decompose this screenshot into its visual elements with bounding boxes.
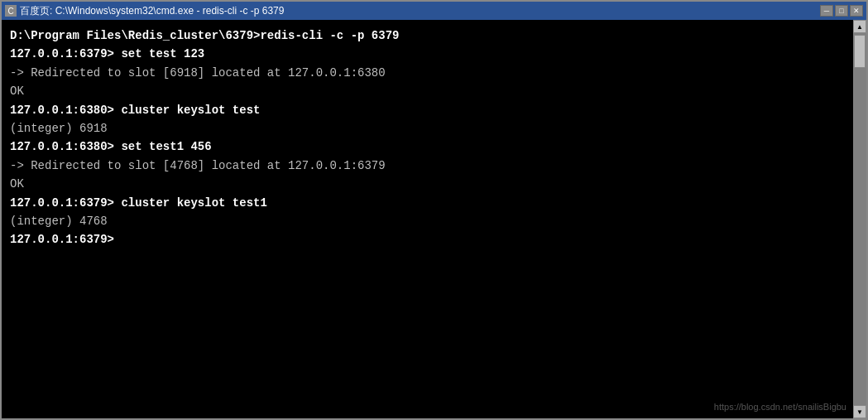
- close-button[interactable]: ✕: [850, 5, 863, 17]
- terminal-line: 127.0.0.1:6380> set test1 456: [10, 140, 212, 153]
- terminal-content[interactable]: D:\Program Files\Redis_cluster\6379>redi…: [2, 20, 866, 418]
- minimize-button[interactable]: ─: [820, 5, 833, 17]
- terminal-line: 127.0.0.1:6379> cluster keyslot test1: [10, 196, 267, 210]
- title-bar-controls: ─ □ ✕: [820, 5, 863, 17]
- terminal-line: (integer) 4768: [10, 215, 108, 228]
- watermark: https://blog.csdn.net/snailisBigbu: [714, 402, 846, 412]
- title-bar: C 百度页: C:\Windows\system32\cmd.exe - red…: [2, 2, 866, 20]
- maximize-button[interactable]: □: [835, 5, 848, 17]
- terminal-line: -> Redirected to slot [6918] located at …: [10, 66, 386, 80]
- window: C 百度页: C:\Windows\system32\cmd.exe - red…: [0, 0, 868, 420]
- title-bar-text: 百度页: C:\Windows\system32\cmd.exe - redis…: [20, 4, 284, 18]
- terminal-line: OK: [10, 177, 24, 191]
- cmd-icon: C: [5, 5, 17, 17]
- scrollbar-track: [853, 33, 866, 405]
- terminal-line: -> Redirected to slot [4768] located at …: [10, 159, 386, 172]
- scrollbar-thumb[interactable]: [854, 35, 866, 68]
- title-bar-left: C 百度页: C:\Windows\system32\cmd.exe - red…: [5, 4, 284, 18]
- terminal-line: 127.0.0.1:6380> cluster keyslot test: [10, 104, 260, 117]
- terminal-line: 127.0.0.1:6379>: [10, 233, 114, 246]
- terminal-line: OK: [10, 84, 24, 98]
- scrollbar-down-button[interactable]: ▼: [853, 405, 866, 418]
- scrollbar[interactable]: ▲ ▼: [853, 20, 866, 418]
- terminal-line: 127.0.0.1:6379> set test 123: [10, 47, 204, 60]
- terminal-line: D:\Program Files\Redis_cluster\6379>redi…: [10, 29, 399, 42]
- terminal: D:\Program Files\Redis_cluster\6379>redi…: [2, 20, 866, 418]
- terminal-line: (integer) 6918: [10, 122, 108, 135]
- scrollbar-up-button[interactable]: ▲: [853, 20, 866, 33]
